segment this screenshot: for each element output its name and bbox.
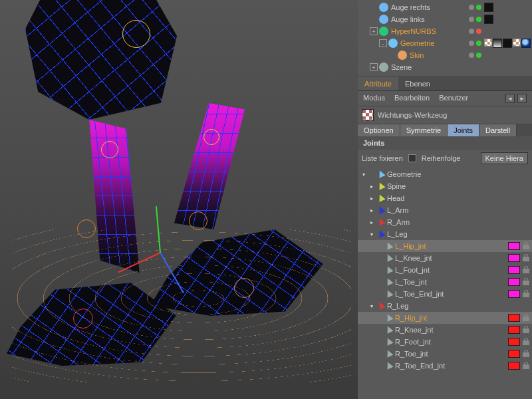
lock-icon[interactable] xyxy=(523,254,529,262)
joint-row[interactable]: R_Foot_jnt xyxy=(358,336,532,348)
status-dot[interactable] xyxy=(476,5,481,10)
weight-color-swatch[interactable] xyxy=(508,242,520,250)
joint-row[interactable]: R_Toe_jnt xyxy=(358,348,532,360)
control-ring[interactable] xyxy=(189,211,207,230)
menu-modus[interactable]: Modus xyxy=(363,94,385,103)
control-ring[interactable] xyxy=(203,129,219,145)
tab-ebenen[interactable]: Ebenen xyxy=(398,77,437,90)
axis-gizmo[interactable] xyxy=(160,253,160,253)
joint-row[interactable]: L_Foot_jnt xyxy=(358,264,532,276)
tag-icon[interactable] xyxy=(521,39,531,48)
tag-icon[interactable] xyxy=(484,3,493,12)
expander-icon[interactable] xyxy=(376,327,383,333)
lock-icon[interactable] xyxy=(523,326,529,334)
weight-color-swatch[interactable] xyxy=(508,290,520,298)
tag-icon[interactable] xyxy=(493,39,502,48)
subtab-symmetrie[interactable]: Symmetrie xyxy=(400,124,448,136)
hierarchy-item[interactable]: Auge rechts xyxy=(358,1,532,13)
status-dot[interactable] xyxy=(469,29,474,34)
weight-color-swatch[interactable] xyxy=(508,278,520,286)
tab-attribute[interactable]: Attribute xyxy=(358,77,398,90)
control-ring[interactable] xyxy=(122,20,150,48)
nav-fwd-icon[interactable]: ► xyxy=(517,94,527,103)
status-dot[interactable] xyxy=(476,17,481,22)
expander-icon[interactable]: ▸ xyxy=(368,219,375,225)
lock-icon[interactable] xyxy=(523,242,529,250)
expander-icon[interactable]: - xyxy=(379,39,387,47)
status-dot[interactable] xyxy=(469,41,474,46)
joint-row[interactable]: L_Toe_jnt xyxy=(358,276,532,288)
hierarchy-item[interactable]: -Geometrie xyxy=(358,37,532,49)
joint-row[interactable]: L_Toe_End_jnt xyxy=(358,288,532,300)
expander-icon[interactable]: + xyxy=(370,27,378,35)
viewport-3d[interactable] xyxy=(0,0,358,399)
status-dot[interactable] xyxy=(469,17,474,22)
joint-row[interactable]: ▾R_Leg xyxy=(358,300,532,312)
weight-color-swatch[interactable] xyxy=(508,338,520,346)
tag-icon[interactable] xyxy=(484,15,493,24)
weight-color-swatch[interactable] xyxy=(508,254,520,262)
expander-icon[interactable]: ▾ xyxy=(368,303,375,309)
expander-icon[interactable]: ▸ xyxy=(368,195,375,201)
control-ring[interactable] xyxy=(101,141,118,158)
joint-row[interactable]: R_Hip_jnt xyxy=(358,312,532,324)
control-ring[interactable] xyxy=(73,309,93,329)
joint-row[interactable]: ▸L_Arm xyxy=(358,204,532,216)
joint-row[interactable]: ▸Spine xyxy=(358,180,532,192)
expander-icon[interactable] xyxy=(376,315,383,321)
expander-icon[interactable]: ▸ xyxy=(368,207,375,213)
expander-icon[interactable] xyxy=(376,279,383,285)
subtab-darstellung[interactable]: Darstell xyxy=(479,124,517,136)
lock-icon[interactable] xyxy=(523,350,529,358)
weight-color-swatch[interactable] xyxy=(508,350,520,358)
joints-tree[interactable]: ▾Geometrie▸Spine▸Head▸L_Arm▸R_Arm▾L_LegL… xyxy=(358,167,532,373)
tag-icon[interactable] xyxy=(484,39,492,47)
status-dot[interactable] xyxy=(476,29,481,34)
tag-icon[interactable] xyxy=(503,39,512,48)
joint-row[interactable]: ▸R_Arm xyxy=(358,216,532,228)
weight-color-swatch[interactable] xyxy=(508,362,520,370)
hierarchy-item[interactable]: Skin xyxy=(358,49,532,61)
hierarchy-item[interactable]: +Szene xyxy=(358,61,532,73)
joint-row[interactable]: ▾L_Leg xyxy=(358,228,532,240)
hierarchy-item[interactable]: +HyperNURBS xyxy=(358,25,532,37)
lock-icon[interactable] xyxy=(523,338,529,346)
joint-tree-root[interactable]: ▾Geometrie xyxy=(358,168,532,180)
expander-icon[interactable]: ▾ xyxy=(368,231,375,237)
expander-icon[interactable] xyxy=(376,338,383,345)
lock-icon[interactable] xyxy=(523,314,529,322)
joint-row[interactable]: L_Hip_jnt xyxy=(358,240,532,252)
expander-icon[interactable] xyxy=(376,243,383,249)
lock-icon[interactable] xyxy=(523,278,529,286)
menu-benutzer[interactable]: Benutzer xyxy=(439,94,468,103)
status-dot[interactable] xyxy=(476,53,481,58)
control-ring[interactable] xyxy=(234,278,254,298)
joint-row[interactable]: R_Toe_End_jnt xyxy=(358,360,532,372)
expander-icon[interactable] xyxy=(376,350,383,357)
joint-row[interactable]: ▸Head xyxy=(358,192,532,204)
weight-color-swatch[interactable] xyxy=(508,266,520,274)
tag-icon[interactable] xyxy=(513,39,521,47)
expander-icon[interactable] xyxy=(376,362,383,369)
status-dot[interactable] xyxy=(469,5,474,10)
order-dropdown[interactable]: Keine Hiera xyxy=(481,152,528,164)
expander-icon[interactable] xyxy=(376,255,383,261)
status-dot[interactable] xyxy=(469,53,474,58)
subtab-joints[interactable]: Joints xyxy=(448,124,479,136)
expander-icon[interactable] xyxy=(376,267,383,273)
hierarchy-item[interactable]: Auge links xyxy=(358,13,532,25)
expander-icon[interactable] xyxy=(376,291,383,297)
subtab-optionen[interactable]: Optionen xyxy=(358,124,400,136)
expander-icon[interactable]: ▸ xyxy=(368,183,375,190)
joint-row[interactable]: R_Knee_jnt xyxy=(358,324,532,336)
fix-list-checkbox[interactable] xyxy=(408,154,416,162)
nav-back-icon[interactable]: ◄ xyxy=(505,94,515,103)
weight-color-swatch[interactable] xyxy=(508,314,520,322)
object-manager[interactable]: Auge rechtsAuge links+HyperNURBS-Geometr… xyxy=(358,0,532,76)
joint-row[interactable]: L_Knee_jnt xyxy=(358,252,532,264)
control-ring[interactable] xyxy=(77,219,96,238)
lock-icon[interactable] xyxy=(523,362,529,370)
status-dot[interactable] xyxy=(476,41,481,46)
weight-color-swatch[interactable] xyxy=(508,326,520,334)
lock-icon[interactable] xyxy=(523,290,529,298)
